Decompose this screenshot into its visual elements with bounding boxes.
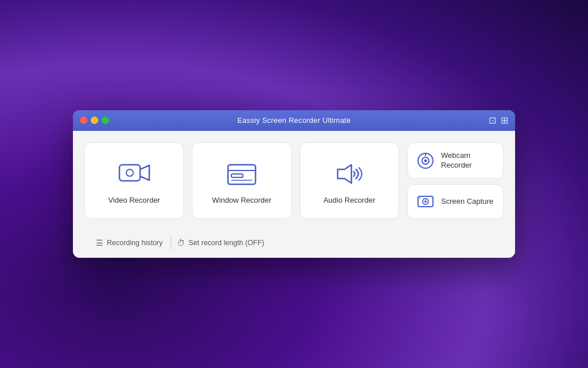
svg-point-14 <box>419 197 420 199</box>
window-recorder-icon <box>225 160 259 188</box>
side-recorder-buttons: WebcamRecorder Screen Capture <box>407 142 504 219</box>
screen-capture-icon <box>417 193 434 210</box>
footer: ☰ Recording history ⏱ Set record length … <box>84 228 504 258</box>
minimize-button[interactable] <box>91 117 98 124</box>
set-record-length-item[interactable]: ⏱ Set record length (OFF) <box>171 236 270 250</box>
svg-point-13 <box>424 200 427 203</box>
window-body: Video Recorder Window Recorder <box>73 131 515 258</box>
recording-history-item[interactable]: ☰ Recording history <box>96 236 168 250</box>
titlebar: Eassiy Screen Recorder Ultimate ⊡ ⊞ <box>73 110 515 131</box>
maximize-button[interactable] <box>102 117 109 124</box>
webcam-recorder-card[interactable]: WebcamRecorder <box>407 142 504 179</box>
list-icon: ☰ <box>96 238 103 247</box>
recorder-grid: Video Recorder Window Recorder <box>84 142 504 219</box>
webcam-recorder-label: WebcamRecorder <box>441 151 471 171</box>
traffic-lights <box>80 117 109 124</box>
video-recorder-card[interactable]: Video Recorder <box>84 142 184 219</box>
chat-icon[interactable]: ⊡ <box>489 115 496 126</box>
audio-recorder-icon <box>332 160 366 188</box>
clock-icon: ⏱ <box>177 238 185 247</box>
screen-capture-card[interactable]: Screen Capture <box>407 184 504 219</box>
svg-point-1 <box>126 169 133 176</box>
svg-rect-4 <box>231 174 243 177</box>
set-record-length-label: Set record length (OFF) <box>188 239 264 247</box>
svg-marker-6 <box>338 165 351 183</box>
video-recorder-icon <box>117 160 152 188</box>
close-button[interactable] <box>80 117 87 124</box>
svg-rect-0 <box>119 165 140 181</box>
audio-recorder-card[interactable]: Audio Recorder <box>300 142 399 219</box>
window-recorder-card[interactable]: Window Recorder <box>192 142 291 219</box>
webcam-recorder-icon <box>417 152 434 169</box>
pin-icon[interactable]: ⊞ <box>501 115 508 126</box>
window-recorder-label: Window Recorder <box>212 196 271 204</box>
video-recorder-label: Video Recorder <box>109 196 160 204</box>
svg-point-9 <box>424 159 427 162</box>
main-recorder-buttons: Video Recorder Window Recorder <box>84 142 399 219</box>
recording-history-label: Recording history <box>107 239 163 247</box>
app-window: Eassiy Screen Recorder Ultimate ⊡ ⊞ <box>73 110 515 258</box>
titlebar-actions: ⊡ ⊞ <box>489 115 508 126</box>
audio-recorder-label: Audio Recorder <box>323 196 375 204</box>
window-title: Eassiy Screen Recorder Ultimate <box>237 116 351 125</box>
screen-capture-label: Screen Capture <box>441 197 493 207</box>
